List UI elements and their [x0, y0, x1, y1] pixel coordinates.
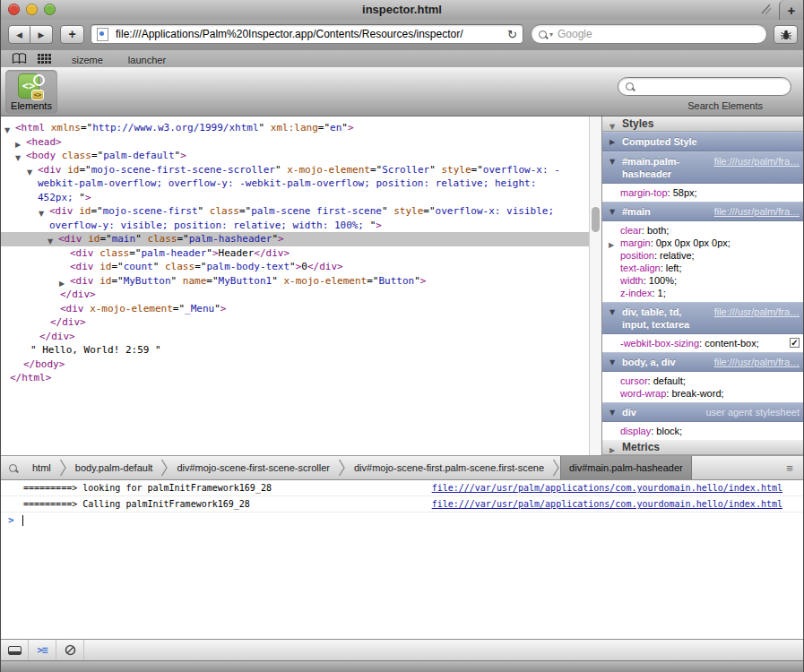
css-property-row[interactable]: width: 100%;	[602, 274, 804, 287]
bookmark-item[interactable]: launcher	[128, 55, 166, 65]
css-property-row[interactable]: text-align: left;	[602, 262, 804, 274]
disclosure-open-icon[interactable]: ▼	[609, 409, 615, 417]
tree-node[interactable]: ▼<div id="mojo-scene-first-scene-scrolle…	[1, 163, 589, 205]
disclosure-open-icon[interactable]: ▼	[27, 166, 32, 180]
breadcrumb-search-icon[interactable]	[1, 456, 24, 479]
style-rule-header[interactable]: ▼#mainfile:///usr/palm/fra…	[602, 202, 804, 221]
bug-report-button[interactable]	[774, 25, 798, 44]
disclosure-open-icon[interactable]: ▼	[39, 207, 44, 221]
breadcrumb-separator-icon	[59, 456, 67, 479]
tree-node[interactable]: ▶<head>	[1, 135, 589, 150]
tree-node[interactable]: ▼<div id="main" class="palm-hasheader">	[1, 232, 589, 246]
tree-node[interactable]: </body>	[1, 358, 589, 372]
tree-node[interactable]: ▼<html xmlns="http://www.w3.org/1999/xht…	[1, 121, 589, 135]
disclosure-open-icon[interactable]: ▼	[609, 208, 615, 216]
tree-node[interactable]: <div id="count" class="palm-body-text">0…	[1, 260, 589, 274]
stylesheet-link[interactable]: file:///usr/palm/fra…	[714, 155, 800, 168]
css-property-row[interactable]: z-index: 1;	[602, 287, 804, 299]
css-property-row[interactable]: ▶margin: 0px 0px 0px 0px;	[602, 237, 804, 249]
disclosure-open-icon[interactable]: ▼	[609, 158, 615, 166]
css-property-name: z-index	[620, 288, 652, 298]
style-rule-header[interactable]: ▼div, table, td, input, textareafile:///…	[602, 302, 804, 334]
tree-node[interactable]: </div>	[1, 315, 589, 330]
search-elements-input[interactable]	[634, 80, 783, 94]
tree-node[interactable]: ▼<body class="palm-default">	[1, 149, 589, 163]
reload-icon[interactable]: ↻	[507, 28, 517, 41]
bookmark-items: sizemelauncher	[52, 51, 166, 67]
console-prompt-row[interactable]: >	[1, 513, 803, 529]
css-property-row[interactable]: -webkit-box-sizing: content-box;✓	[602, 337, 804, 349]
css-property-row[interactable]: margin-top: 58px;	[602, 186, 804, 199]
stylesheet-link[interactable]: file:///usr/palm/fra…	[714, 205, 800, 218]
style-rule-header[interactable]: ▶Computed Style	[602, 132, 804, 151]
tree-node[interactable]: ▼<div id="mojo-scene-first" class="palm-…	[1, 204, 589, 232]
css-property-name: text-align	[620, 263, 661, 273]
elements-label: Elements	[5, 100, 57, 111]
search-engine-dropdown-icon[interactable]: ▾	[549, 30, 553, 39]
rule-properties: margin-top: 58px;	[602, 184, 804, 202]
breadcrumb-item[interactable]: div#mojo-scene-first-scene-scroller	[169, 456, 338, 479]
style-rule-header[interactable]: ▼body, a, divfile:///usr/palm/fra…	[602, 352, 804, 372]
address-bar[interactable]: ↻	[91, 24, 523, 44]
rule-selector: body, a, div	[622, 356, 709, 368]
breadcrumb-separator-icon	[160, 456, 169, 479]
scrollbar-thumb[interactable]	[592, 207, 600, 232]
sidebar-section-metrics[interactable]: ▶Metrics	[602, 440, 804, 455]
stylesheet-link[interactable]: file:///usr/palm/fra…	[714, 356, 800, 368]
breadcrumb-item[interactable]: body.palm-default	[67, 456, 161, 479]
css-property-row[interactable]: clear: both;	[602, 224, 804, 237]
toggle-console-button[interactable]: >≡	[29, 640, 56, 660]
tree-node[interactable]: <div class="palm-header">Header</div>	[1, 246, 589, 261]
browser-toolbar: ◀ ▶ + ↻ ▾	[1, 20, 803, 50]
text-caret	[22, 515, 23, 526]
breadcrumb-item[interactable]: div#main.palm-hasheader	[560, 456, 692, 479]
tree-node[interactable]: </div>	[1, 330, 589, 344]
search-elements-field[interactable]	[618, 77, 791, 96]
dom-tree-scrollbar[interactable]	[589, 116, 601, 455]
window-resize-bar[interactable]	[1, 660, 803, 672]
tree-node[interactable]: </div>	[1, 288, 589, 302]
forward-button[interactable]: ▶	[30, 25, 53, 44]
breadcrumb-menu-icon[interactable]: ≡	[776, 456, 803, 479]
tab-grip-icon[interactable]	[758, 3, 773, 21]
tree-node[interactable]: ▶<div id="MyButton" name="MyButton1" x-m…	[1, 274, 589, 289]
tree-node[interactable]: " Hello, World! 2:59 "	[1, 343, 589, 358]
style-rule-header[interactable]: ▼#main.palm-hasheaderfile:///usr/palm/fr…	[602, 151, 804, 184]
add-bookmark-button[interactable]: +	[60, 25, 84, 44]
clear-console-button[interactable]	[56, 640, 84, 660]
console-source-link[interactable]: file:///var/usr/palm/applications/com.yo…	[432, 480, 782, 496]
dock-to-bottom-button[interactable]	[1, 640, 29, 660]
google-search-input[interactable]	[556, 27, 759, 41]
disclosure-closed-icon[interactable]: ▶	[609, 444, 615, 455]
bookmarks-book-icon[interactable]	[12, 53, 27, 65]
rule-properties: -webkit-box-sizing: content-box;✓	[602, 334, 804, 352]
breadcrumb-item[interactable]: div#mojo-scene-first.palm-scene.first-sc…	[346, 456, 552, 479]
styles-section-header[interactable]: ▼ Styles	[602, 116, 804, 132]
console-source-link[interactable]: file:///var/usr/palm/applications/com.yo…	[432, 496, 782, 513]
breadcrumb-item[interactable]: html	[24, 456, 59, 479]
tree-node[interactable]: </html>	[1, 371, 589, 385]
stylesheet-link[interactable]: file:///usr/palm/fra…	[714, 306, 800, 318]
elements-panel-button[interactable]: <> <> Elements	[5, 70, 57, 114]
tree-node[interactable]: <div x-mojo-element="_Menu">	[1, 302, 589, 316]
google-search-field[interactable]: ▾	[531, 24, 767, 44]
property-enabled-checkbox[interactable]: ✓	[790, 338, 800, 348]
dom-tree: ▼<html xmlns="http://www.w3.org/1999/xht…	[1, 116, 589, 455]
bookmark-item[interactable]: sizeme	[72, 55, 103, 65]
css-property-row[interactable]: display: block;	[602, 425, 804, 437]
url-input[interactable]	[114, 27, 504, 41]
disclosure-open-icon[interactable]: ▼	[609, 358, 615, 366]
top-sites-grid-icon[interactable]	[38, 54, 52, 65]
styles-sidebar: ▼ Styles ▶Computed Style▼#main.palm-hash…	[601, 116, 804, 455]
css-property-name: cursor	[620, 375, 648, 386]
style-rule-header[interactable]: ▼divuser agent stylesheet	[602, 402, 804, 422]
css-property-row[interactable]: cursor: default;	[602, 375, 804, 387]
css-property-row[interactable]: word-wrap: break-word;	[602, 387, 804, 400]
css-property-row[interactable]: position: relative;	[602, 249, 804, 262]
css-property-name: -webkit-box-sizing	[620, 338, 699, 349]
disclosure-open-icon[interactable]: ▼	[609, 308, 615, 316]
elements-icon: <> <>	[18, 73, 45, 100]
css-property-name: margin	[620, 237, 651, 248]
disclosure-closed-icon[interactable]: ▶	[609, 138, 615, 146]
back-button[interactable]: ◀	[8, 25, 30, 44]
